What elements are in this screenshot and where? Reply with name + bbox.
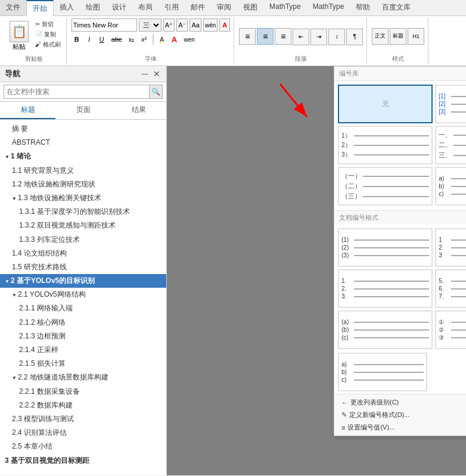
cut-button[interactable]: ✂ 剪切 bbox=[33, 20, 63, 29]
doc-numbering-1[interactable]: (1) (2) (3) bbox=[338, 228, 433, 267]
set-numbering-value-item[interactable]: ≡ 设置编号值(V)... bbox=[339, 421, 466, 434]
numbering-abc-lower[interactable]: a) b) c) bbox=[435, 167, 466, 206]
clipboard-group-content: 📋 粘贴 ✂ 剪切 📄 复制 🖌 格式刷 bbox=[6, 18, 63, 54]
nav-item[interactable]: 2.2.1 数据采集设备 bbox=[0, 385, 166, 399]
show-hide-button[interactable]: ¶ bbox=[346, 29, 363, 45]
style-item-heading[interactable]: 标题 bbox=[390, 28, 406, 45]
subscript-button[interactable]: x₂ bbox=[126, 33, 137, 46]
tab-help[interactable]: 帮助 bbox=[350, 0, 376, 15]
numbering-none[interactable]: 无 bbox=[338, 85, 433, 123]
numbering-line: 三、 bbox=[439, 151, 466, 160]
font-color-button[interactable]: A bbox=[219, 18, 230, 32]
nav-item[interactable]: ▼2.1 YOLOv5网络结构 bbox=[0, 288, 166, 301]
tab-view[interactable]: 视图 bbox=[237, 0, 263, 15]
tab-layout[interactable]: 布局 bbox=[132, 0, 159, 15]
numbering-chinese-paren[interactable]: （一） （二） （三） bbox=[338, 167, 433, 206]
nav-tab-results[interactable]: 结果 bbox=[111, 102, 166, 119]
format-painter-button[interactable]: 🖌 格式刷 bbox=[33, 40, 63, 49]
text-color-button[interactable]: A bbox=[169, 33, 180, 46]
sort-button[interactable]: ↕ bbox=[328, 29, 345, 45]
nav-item[interactable]: 1.5 研究技术路线 bbox=[0, 260, 166, 274]
search-input[interactable] bbox=[4, 85, 149, 98]
nav-item[interactable]: ▼2 基于YOLOv5的目标识别 bbox=[0, 274, 166, 288]
bullet-list-button[interactable]: ≡ bbox=[239, 28, 256, 45]
nav-item[interactable]: 1.3.2 双目视觉感知与测距技术 bbox=[0, 219, 166, 232]
nav-tab-headings[interactable]: 标题 bbox=[0, 102, 55, 119]
change-list-level-item[interactable]: ← 更改列表级别(C) bbox=[339, 396, 466, 409]
nav-item[interactable]: ABSTRACT bbox=[0, 136, 166, 150]
numbering-bracket[interactable]: [1] [2] [3] bbox=[435, 85, 466, 123]
style-item-h1[interactable]: H1 bbox=[408, 28, 424, 45]
numbering-paren-num[interactable]: 1） 2） 3） bbox=[338, 126, 433, 164]
underline-button[interactable]: U bbox=[97, 33, 107, 46]
nav-item[interactable]: 1.4 论文组织结构 bbox=[0, 247, 166, 260]
bold-button[interactable]: B bbox=[72, 33, 82, 46]
nav-item[interactable]: 2.1.4 正采样 bbox=[0, 343, 166, 357]
doc-numbering-2[interactable]: 1 2 3 bbox=[435, 228, 466, 267]
tab-home[interactable]: 开始 bbox=[26, 0, 54, 16]
tab-design[interactable]: 设计 bbox=[106, 0, 132, 15]
navigator-minimize-button[interactable]: ─ bbox=[140, 69, 150, 79]
superscript-button[interactable]: x² bbox=[139, 33, 150, 46]
clear-format-button[interactable]: wen bbox=[182, 33, 197, 46]
doc-numbering-7[interactable]: (a) (b) (c) bbox=[338, 310, 433, 349]
nav-item[interactable]: 1.3.1 基于深度学习的智能识别技术 bbox=[0, 205, 166, 219]
font-shrink-button[interactable]: A⁻ bbox=[176, 18, 188, 32]
font-grow-button[interactable]: A⁺ bbox=[163, 18, 175, 32]
nav-item[interactable]: 2.2.2 数据库构建 bbox=[0, 399, 166, 412]
numbering-grid: 无 [1] [2] [3] 1. 2. 3. bbox=[334, 81, 466, 209]
nav-item[interactable]: 2.5 本章小结 bbox=[0, 440, 166, 453]
multilevel-list-button[interactable]: ≡ bbox=[275, 28, 291, 45]
tab-baidu[interactable]: 百度文库 bbox=[376, 0, 417, 15]
nav-item[interactable]: 1.1 研究背景与意义 bbox=[0, 164, 166, 178]
italic-button[interactable]: I bbox=[84, 33, 95, 46]
nav-item[interactable]: 2.4 识别算法评估 bbox=[0, 426, 166, 440]
nav-item[interactable]: 1.3.3 列车定位技术 bbox=[0, 233, 166, 247]
nav-item[interactable]: 2.1.2 核心网络 bbox=[0, 316, 166, 329]
navigator-close-button[interactable]: ✕ bbox=[152, 69, 161, 79]
text-highlight-button[interactable]: A bbox=[157, 33, 167, 46]
number-list-button[interactable]: ≡ bbox=[257, 28, 274, 45]
numbering-dropdown: 编号库 无 [1] [2] [3] 1. bbox=[334, 66, 466, 436]
nav-item[interactable]: 1.2 地铁设施检测研究现状 bbox=[0, 178, 166, 191]
case-button[interactable]: Aa bbox=[189, 18, 201, 32]
doc-numbering-8[interactable]: ① ② ③ bbox=[435, 310, 466, 349]
paste-button[interactable]: 📋 粘贴 bbox=[6, 18, 32, 54]
doc-numbering-abc[interactable]: a) b) c) bbox=[338, 353, 427, 391]
tab-file[interactable]: 文件 bbox=[0, 0, 26, 15]
navigator-panel: 导航 ─ ✕ 🔍 标题 页面 结果 摘 要ABSTRACT▼1 绪论1.1 研究… bbox=[0, 66, 167, 475]
search-button[interactable]: 🔍 bbox=[149, 85, 162, 98]
numbering-line: 2 bbox=[439, 244, 466, 251]
nav-item[interactable]: ▼1 绪论 bbox=[0, 150, 166, 163]
numbering-line: 2） bbox=[341, 141, 429, 150]
font-size-select[interactable]: 三号 四号 小四 bbox=[139, 18, 161, 32]
nav-item[interactable]: 2.1.3 边框预测 bbox=[0, 329, 166, 343]
nav-item[interactable]: 3 基于双目视觉的目标测距 bbox=[0, 454, 166, 468]
nav-item[interactable]: 2.3 模型训练与测试 bbox=[0, 412, 166, 426]
tab-mathtype1[interactable]: MathType bbox=[263, 0, 307, 15]
tab-reference[interactable]: 引用 bbox=[159, 0, 185, 15]
nav-item[interactable]: 2.1.5 损失计算 bbox=[0, 357, 166, 371]
numbering-chinese-comma[interactable]: 一、 二、 三、 bbox=[435, 126, 466, 164]
numbering-line: (1) bbox=[341, 237, 429, 243]
nav-item[interactable]: ▼1.3 地铁设施检测关键技术 bbox=[0, 191, 166, 205]
tab-insert[interactable]: 插入 bbox=[54, 0, 80, 15]
tab-draw[interactable]: 绘图 bbox=[80, 0, 106, 15]
font-name-input[interactable] bbox=[72, 18, 137, 32]
strikethrough-button[interactable]: abc bbox=[109, 33, 125, 46]
style-item[interactable]: 正文 bbox=[372, 28, 389, 45]
nav-item[interactable]: 2.1.1 网络输入端 bbox=[0, 301, 166, 315]
nav-item[interactable]: ▼2.2 地铁隧道场景数据库构建 bbox=[0, 371, 166, 384]
tab-mail[interactable]: 邮件 bbox=[185, 0, 211, 15]
tab-review[interactable]: 审阅 bbox=[211, 0, 237, 15]
nav-tab-pages[interactable]: 页面 bbox=[55, 102, 111, 119]
doc-numbering-4[interactable]: 1. 2. 3. bbox=[338, 269, 433, 308]
indent-increase-button[interactable]: ⇥ bbox=[310, 29, 327, 45]
nav-item[interactable]: 摘 要 bbox=[0, 122, 166, 136]
highlight-button[interactable]: wén bbox=[203, 18, 218, 32]
doc-numbering-5[interactable]: 5. 6. 7. bbox=[435, 269, 466, 308]
tab-mathtype2[interactable]: MathType bbox=[307, 0, 350, 15]
copy-button[interactable]: 📄 复制 bbox=[33, 30, 63, 39]
indent-decrease-button[interactable]: ⇤ bbox=[293, 29, 309, 45]
define-new-format-item[interactable]: ✎ 定义新编号格式(D)... bbox=[339, 409, 466, 421]
